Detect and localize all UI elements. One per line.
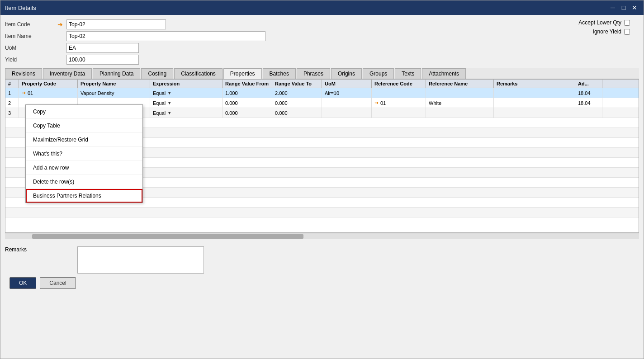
cell-ref-name-2: White [426, 98, 494, 108]
col-header-ref-code: Reference Code [372, 80, 426, 88]
uom-row: UoM [5, 43, 265, 53]
cell-range-from-2: 0.000 [223, 98, 272, 108]
grid-header: # Property Code Property Name Expression… [5, 80, 639, 88]
cell-range-to-2: 0.000 [272, 98, 322, 108]
ignore-yield-label: Ignore Yield [593, 28, 621, 35]
col-header-remarks: Remarks [494, 80, 575, 88]
context-menu-copy[interactable]: Copy [26, 105, 142, 119]
cell-num-3: 3 [5, 108, 19, 118]
cell-ad-1: 18.04 [575, 88, 602, 98]
col-header-ref-name: Reference Name [426, 80, 494, 88]
cell-prop-code-1: ➜01 [19, 88, 78, 98]
cell-ref-name-1 [426, 88, 494, 98]
tab-groups[interactable]: Groups [363, 68, 394, 79]
cell-ref-code-2: ➜01 [372, 98, 426, 108]
remarks-label: Remarks [5, 246, 77, 253]
restore-button[interactable]: □ [619, 3, 628, 12]
cancel-button[interactable]: Cancel [40, 277, 76, 289]
cell-uom-3 [322, 108, 372, 118]
context-menu-add-row[interactable]: Add a new row [26, 161, 142, 175]
form-left: Item Code ➜ Item Name UoM Yield [5, 19, 265, 65]
cell-num-1: 1 [5, 88, 19, 98]
accept-lower-qty-row: Accept Lower Qty [578, 19, 630, 26]
remarks-textarea[interactable] [77, 246, 204, 274]
cell-ref-code-3 [372, 108, 426, 118]
cell-uom-1: Air=10 [322, 88, 372, 98]
item-name-row: Item Name [5, 31, 265, 41]
yield-input[interactable] [66, 55, 139, 65]
cell-range-from-1: 1.000 [223, 88, 272, 98]
cell-ad-2: 18.04 [575, 98, 602, 108]
top-section: Item Code ➜ Item Name UoM Yield [5, 19, 639, 65]
cell-ref-code-1 [372, 88, 426, 98]
col-header-ad: Ad... [575, 80, 602, 88]
tab-phrases[interactable]: Phrases [297, 68, 330, 79]
cell-ad-3 [575, 108, 602, 118]
window-controls: ─ □ ✕ [608, 3, 639, 12]
close-button[interactable]: ✕ [630, 3, 639, 12]
yield-row: Yield [5, 55, 265, 65]
context-menu-delete-row[interactable]: Delete the row(s) [26, 175, 142, 189]
uom-label: UoM [5, 45, 55, 51]
table-row[interactable]: 1 ➜01 Vapour Density Equal ▼ 1.000 2.000… [5, 88, 639, 98]
cell-uom-2 [322, 98, 372, 108]
context-menu: Copy Copy Table Maximize/Restore Grid Wh… [25, 104, 143, 203]
bottom-buttons: OK Cancel [5, 277, 639, 289]
title-bar: Item Details ─ □ ✕ [0, 0, 644, 15]
col-header-expression: Expression [150, 80, 223, 88]
item-code-input[interactable] [66, 19, 166, 29]
tab-planning-data[interactable]: Planning Data [93, 68, 140, 79]
cell-remarks-3 [494, 108, 575, 118]
ok-button[interactable]: OK [9, 277, 36, 289]
tab-texts[interactable]: Texts [395, 68, 421, 79]
tab-properties[interactable]: Properties [223, 68, 262, 79]
cell-expression-1: Equal ▼ [150, 88, 223, 98]
item-code-row: Item Code ➜ [5, 19, 265, 29]
cell-expression-3: Equal ▼ [150, 108, 223, 118]
accept-lower-qty-checkbox[interactable] [624, 20, 630, 26]
tab-inventory-data[interactable]: Inventory Data [43, 68, 92, 79]
accept-lower-qty-label: Accept Lower Qty [578, 19, 621, 26]
dialog-title: Item Details [5, 5, 36, 11]
tab-classifications[interactable]: Classifications [174, 68, 223, 79]
ignore-yield-row: Ignore Yield [593, 28, 630, 35]
horizontal-scrollbar[interactable] [5, 233, 639, 239]
context-menu-business-partners[interactable]: Business Partners Relations [26, 189, 142, 203]
ignore-yield-checkbox[interactable] [624, 29, 630, 35]
cell-remarks-1 [494, 88, 575, 98]
remarks-area: Remarks [5, 243, 639, 274]
yield-label: Yield [5, 57, 55, 63]
col-header-range-from: Range Value From [223, 80, 272, 88]
col-header-prop-name: Property Name [78, 80, 150, 88]
uom-input[interactable] [66, 43, 139, 53]
cell-num-2: 2 [5, 98, 19, 108]
col-header-prop-code: Property Code [19, 80, 78, 88]
tabs-bar: Revisions Inventory Data Planning Data C… [5, 68, 639, 79]
cell-ref-name-3 [426, 108, 494, 118]
tab-origins[interactable]: Origins [331, 68, 362, 79]
form-right: Accept Lower Qty Ignore Yield [578, 19, 639, 65]
item-code-label: Item Code [5, 21, 55, 28]
item-code-arrow: ➜ [57, 21, 63, 28]
context-menu-maximize-restore[interactable]: Maximize/Restore Grid [26, 133, 142, 147]
col-header-num: # [5, 80, 19, 88]
item-details-dialog: Item Details ─ □ ✕ Item Code ➜ Item Name [0, 0, 644, 359]
cell-range-from-3: 0.000 [223, 108, 272, 118]
item-name-label: Item Name [5, 33, 55, 39]
table-row[interactable] [5, 208, 639, 217]
context-menu-whats-this[interactable]: What's this? [26, 147, 142, 161]
col-header-range-to: Range Value To [272, 80, 322, 88]
minimize-button[interactable]: ─ [608, 3, 617, 12]
item-name-input[interactable] [66, 31, 265, 41]
cell-expression-2: Equal ▼ [150, 98, 223, 108]
context-menu-copy-table[interactable]: Copy Table [26, 119, 142, 133]
dialog-body: Item Code ➜ Item Name UoM Yield [0, 15, 644, 359]
cell-remarks-2 [494, 98, 575, 108]
cell-range-to-3: 0.000 [272, 108, 322, 118]
scrollbar-thumb[interactable] [32, 234, 303, 239]
tab-costing[interactable]: Costing [141, 68, 173, 79]
tab-batches[interactable]: Batches [263, 68, 296, 79]
tab-attachments[interactable]: Attachments [422, 68, 466, 79]
tab-revisions[interactable]: Revisions [5, 68, 42, 79]
col-header-uom: UoM [322, 80, 372, 88]
